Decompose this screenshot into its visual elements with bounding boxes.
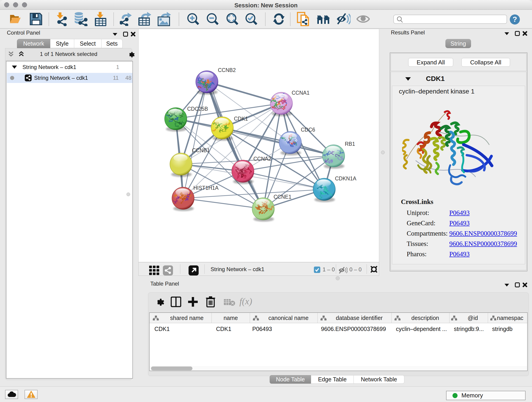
svg-text:RB1: RB1	[345, 141, 355, 147]
svg-text:CDC6: CDC6	[301, 127, 315, 133]
svg-text:CCNB2: CCNB2	[218, 67, 236, 73]
svg-text:?: ?	[513, 15, 517, 23]
svg-text:CCNA2: CCNA2	[253, 156, 271, 162]
svg-text:CDKN1A: CDKN1A	[335, 176, 356, 182]
svg-text:HIST1H1A: HIST1H1A	[193, 185, 219, 191]
svg-text:CCNB1: CCNB1	[192, 147, 210, 153]
svg-text:CDK1: CDK1	[234, 116, 248, 122]
svg-text:CCNA1: CCNA1	[292, 90, 310, 96]
svg-text:CDC25B: CDC25B	[187, 106, 208, 112]
svg-text:CCNE1: CCNE1	[273, 194, 291, 200]
